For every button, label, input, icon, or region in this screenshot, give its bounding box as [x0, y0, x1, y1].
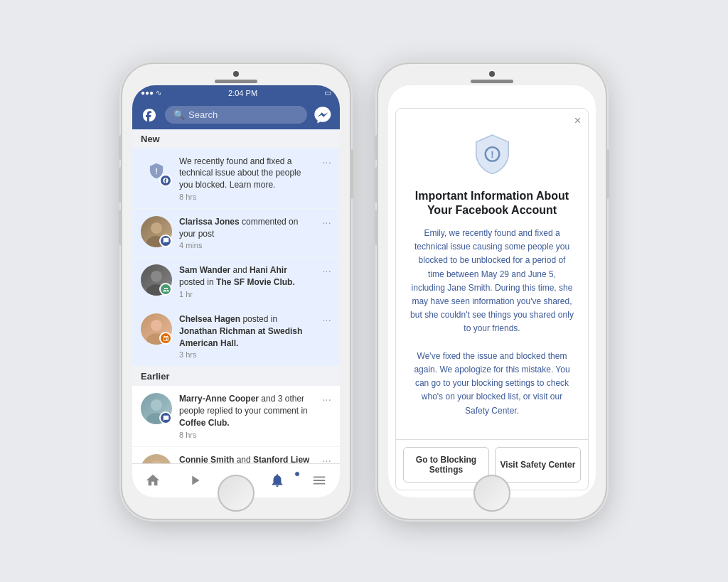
sam-notif-more[interactable]: ··· [322, 264, 331, 277]
svg-text:!: ! [155, 167, 158, 176]
right-volume-down-button [375, 210, 378, 245]
left-screen: ●●● ∿ 2:04 PM ▭ 🔍 Search [132, 85, 340, 497]
left-phone: ●●● ∿ 2:04 PM ▭ 🔍 Search [122, 64, 350, 519]
chelsea-notif-time: 3 hrs [179, 350, 315, 359]
time-display: 2:04 PM [228, 89, 257, 97]
facebook-navbar: 🔍 Search [132, 101, 340, 129]
marry-notif-content: Marry-Anne Cooper and 3 other people rep… [179, 393, 315, 438]
clarissa-notif-text: Clarissa Jones commented on your post [179, 216, 315, 240]
volume-up-button [119, 167, 122, 203]
right-phone-top [378, 64, 606, 83]
right-camera-dot [489, 71, 495, 77]
left-phone-top [122, 64, 350, 83]
svg-point-7 [151, 399, 162, 411]
blocking-settings-button[interactable]: Go to Blocking Settings [403, 447, 489, 483]
right-volume-up-button [375, 167, 378, 203]
right-power-button [606, 149, 609, 199]
right-phone: × ! Important Information About Your Fac… [378, 64, 606, 519]
search-bar[interactable]: 🔍 Search [165, 106, 307, 124]
new-section-header: New [132, 129, 340, 149]
safety-center-button[interactable]: Visit Safety Center [495, 447, 581, 483]
facebook-logo[interactable] [139, 105, 159, 125]
connie-notif-text: Connie Smith and Stanford Liew have birt… [179, 454, 315, 463]
camera-dot [233, 71, 239, 77]
battery-icon: ▭ [324, 88, 331, 97]
sam-notification[interactable]: Sam Wander and Hani Ahir posted in The S… [132, 257, 340, 306]
modal-body: ! Important Information About Your Faceb… [396, 127, 588, 439]
marry-notification[interactable]: Marry-Anne Cooper and 3 other people rep… [132, 386, 340, 446]
dialog-app: × ! Important Information About Your Fac… [388, 85, 596, 497]
signal-area: ●●● ∿ [141, 89, 161, 97]
comment-badge [159, 235, 172, 247]
svg-point-1 [151, 222, 162, 234]
sam-notif-content: Sam Wander and Hani Ahir posted in The S… [179, 264, 315, 298]
status-bar: ●●● ∿ 2:04 PM ▭ [132, 85, 340, 101]
svg-point-5 [151, 320, 162, 331]
wifi-icon: ∿ [156, 89, 161, 97]
comment-badge-marry [159, 411, 172, 424]
tab-video[interactable] [173, 473, 215, 488]
modal-shield-icon: ! [467, 131, 517, 180]
sam-notif-text: Sam Wander and Hani Ahir posted in The S… [179, 264, 315, 289]
blocking-notification[interactable]: ! We recently found and fixed a technica… [132, 149, 340, 209]
connie-avatar [141, 454, 172, 463]
marry-notif-more[interactable]: ··· [322, 393, 331, 406]
modal-dialog: × ! Important Information About Your Fac… [395, 108, 589, 490]
clarissa-notif-more[interactable]: ··· [322, 216, 331, 229]
home-button[interactable] [218, 475, 255, 512]
marry-notif-text: Marry-Anne Cooper and 3 other people rep… [179, 393, 315, 429]
modal-title: Important Information About Your Faceboo… [410, 189, 574, 219]
chelsea-notif-content: Chelsea Hagen posted in Jonathan Richman… [179, 313, 315, 359]
connie-notif-content: Connie Smith and Stanford Liew have birt… [179, 454, 315, 463]
event-badge [159, 332, 172, 345]
blocking-notif-time: 8 hrs [179, 193, 315, 201]
notification-dot [294, 471, 300, 477]
connie-avatar-container [141, 454, 172, 463]
mute-button [119, 135, 122, 160]
right-home-button[interactable] [473, 475, 510, 512]
right-mute-button [375, 135, 378, 160]
sam-notif-time: 1 hr [179, 290, 315, 298]
shield-avatar: ! [141, 156, 172, 187]
notifications-list: New ! [132, 129, 340, 463]
search-icon: 🔍 [173, 109, 185, 120]
signal-icon: ●●● [141, 89, 154, 97]
group-badge [159, 283, 172, 296]
clarissa-notif-content: Clarissa Jones commented on your post 4 … [179, 216, 315, 250]
phones-container: ●●● ∿ 2:04 PM ▭ 🔍 Search [122, 64, 606, 519]
tab-menu[interactable] [299, 473, 340, 488]
sam-avatar-container [141, 264, 172, 296]
modal-body-text: Emily, we recently found and fixed a tec… [410, 227, 574, 418]
dialog-status-bar [388, 85, 596, 101]
volume-down-button [119, 210, 122, 245]
blocking-notif-more[interactable]: ··· [322, 156, 331, 168]
facebook-app: ●●● ∿ 2:04 PM ▭ 🔍 Search [132, 85, 340, 497]
svg-text:!: ! [491, 149, 493, 160]
tab-home[interactable] [132, 473, 173, 488]
right-speaker-bar [471, 80, 513, 83]
svg-point-9 [151, 460, 162, 463]
chelsea-notif-text: Chelsea Hagen posted in Jonathan Richman… [179, 313, 315, 349]
close-icon[interactable]: × [574, 114, 581, 127]
blocking-notif-content: We recently found and fixed a technical … [179, 156, 315, 201]
clarissa-notification[interactable]: Clarissa Jones commented on your post 4 … [132, 209, 340, 258]
messenger-icon[interactable] [313, 105, 333, 125]
right-screen: × ! Important Information About Your Fac… [388, 85, 596, 497]
speaker-bar [215, 80, 257, 83]
chelsea-notif-more[interactable]: ··· [322, 313, 331, 326]
fb-badge [159, 174, 172, 187]
connie-notification[interactable]: Connie Smith and Stanford Liew have birt… [132, 447, 340, 463]
earlier-section-header: Earlier [132, 367, 340, 386]
chelsea-avatar-container [141, 313, 172, 345]
blocking-notif-text: We recently found and fixed a technical … [179, 156, 315, 191]
connie-notif-more[interactable]: ··· [322, 454, 331, 463]
chelsea-notification[interactable]: Chelsea Hagen posted in Jonathan Richman… [132, 306, 340, 367]
marry-avatar-container [141, 393, 172, 424]
search-placeholder: Search [188, 109, 218, 120]
marry-notif-time: 8 hrs [179, 431, 315, 439]
clarissa-notif-time: 4 mins [179, 241, 315, 249]
tab-notifications[interactable] [257, 473, 298, 488]
modal-header: × [396, 109, 588, 127]
svg-point-3 [151, 271, 162, 282]
clarissa-avatar-container [141, 216, 172, 247]
